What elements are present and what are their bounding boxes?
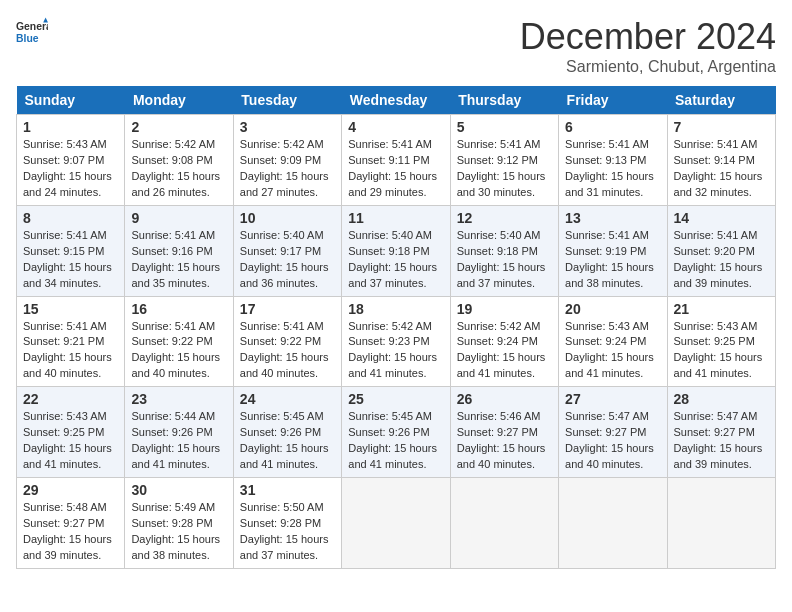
svg-text:Blue: Blue — [16, 33, 39, 44]
calendar-row: 1 Sunrise: 5:43 AMSunset: 9:07 PMDayligh… — [17, 115, 776, 206]
calendar-row: 8 Sunrise: 5:41 AMSunset: 9:15 PMDayligh… — [17, 205, 776, 296]
col-saturday: Saturday — [667, 86, 775, 115]
table-cell: 5 Sunrise: 5:41 AMSunset: 9:12 PMDayligh… — [450, 115, 558, 206]
header-row: Sunday Monday Tuesday Wednesday Thursday… — [17, 86, 776, 115]
table-cell: 27 Sunrise: 5:47 AMSunset: 9:27 PMDaylig… — [559, 387, 667, 478]
table-cell: 18 Sunrise: 5:42 AMSunset: 9:23 PMDaylig… — [342, 296, 450, 387]
col-friday: Friday — [559, 86, 667, 115]
col-wednesday: Wednesday — [342, 86, 450, 115]
table-cell: 29 Sunrise: 5:48 AMSunset: 9:27 PMDaylig… — [17, 478, 125, 569]
table-cell: 22 Sunrise: 5:43 AMSunset: 9:25 PMDaylig… — [17, 387, 125, 478]
table-cell: 9 Sunrise: 5:41 AMSunset: 9:16 PMDayligh… — [125, 205, 233, 296]
table-cell — [559, 478, 667, 569]
table-cell: 4 Sunrise: 5:41 AMSunset: 9:11 PMDayligh… — [342, 115, 450, 206]
table-cell: 24 Sunrise: 5:45 AMSunset: 9:26 PMDaylig… — [233, 387, 341, 478]
logo: General Blue — [16, 16, 48, 48]
svg-text:General: General — [16, 21, 48, 32]
calendar-row: 15 Sunrise: 5:41 AMSunset: 9:21 PMDaylig… — [17, 296, 776, 387]
calendar-table: Sunday Monday Tuesday Wednesday Thursday… — [16, 86, 776, 569]
table-cell: 7 Sunrise: 5:41 AMSunset: 9:14 PMDayligh… — [667, 115, 775, 206]
table-cell: 13 Sunrise: 5:41 AMSunset: 9:19 PMDaylig… — [559, 205, 667, 296]
location-title: Sarmiento, Chubut, Argentina — [520, 58, 776, 76]
table-cell: 26 Sunrise: 5:46 AMSunset: 9:27 PMDaylig… — [450, 387, 558, 478]
table-cell — [667, 478, 775, 569]
calendar-body: 1 Sunrise: 5:43 AMSunset: 9:07 PMDayligh… — [17, 115, 776, 569]
table-cell: 16 Sunrise: 5:41 AMSunset: 9:22 PMDaylig… — [125, 296, 233, 387]
table-cell: 15 Sunrise: 5:41 AMSunset: 9:21 PMDaylig… — [17, 296, 125, 387]
logo-icon: General Blue — [16, 16, 48, 48]
table-cell: 2 Sunrise: 5:42 AMSunset: 9:08 PMDayligh… — [125, 115, 233, 206]
table-cell: 8 Sunrise: 5:41 AMSunset: 9:15 PMDayligh… — [17, 205, 125, 296]
table-cell: 6 Sunrise: 5:41 AMSunset: 9:13 PMDayligh… — [559, 115, 667, 206]
col-tuesday: Tuesday — [233, 86, 341, 115]
table-cell: 17 Sunrise: 5:41 AMSunset: 9:22 PMDaylig… — [233, 296, 341, 387]
month-title: December 2024 — [520, 16, 776, 58]
table-cell: 23 Sunrise: 5:44 AMSunset: 9:26 PMDaylig… — [125, 387, 233, 478]
calendar-row: 22 Sunrise: 5:43 AMSunset: 9:25 PMDaylig… — [17, 387, 776, 478]
table-cell: 31 Sunrise: 5:50 AMSunset: 9:28 PMDaylig… — [233, 478, 341, 569]
header: General Blue December 2024 Sarmiento, Ch… — [16, 16, 776, 76]
col-monday: Monday — [125, 86, 233, 115]
title-area: December 2024 Sarmiento, Chubut, Argenti… — [520, 16, 776, 76]
table-cell: 11 Sunrise: 5:40 AMSunset: 9:18 PMDaylig… — [342, 205, 450, 296]
table-cell: 20 Sunrise: 5:43 AMSunset: 9:24 PMDaylig… — [559, 296, 667, 387]
table-cell: 19 Sunrise: 5:42 AMSunset: 9:24 PMDaylig… — [450, 296, 558, 387]
table-cell — [342, 478, 450, 569]
table-cell: 3 Sunrise: 5:42 AMSunset: 9:09 PMDayligh… — [233, 115, 341, 206]
table-cell: 25 Sunrise: 5:45 AMSunset: 9:26 PMDaylig… — [342, 387, 450, 478]
table-cell: 14 Sunrise: 5:41 AMSunset: 9:20 PMDaylig… — [667, 205, 775, 296]
table-cell — [450, 478, 558, 569]
table-cell: 10 Sunrise: 5:40 AMSunset: 9:17 PMDaylig… — [233, 205, 341, 296]
table-cell: 12 Sunrise: 5:40 AMSunset: 9:18 PMDaylig… — [450, 205, 558, 296]
table-cell: 21 Sunrise: 5:43 AMSunset: 9:25 PMDaylig… — [667, 296, 775, 387]
col-sunday: Sunday — [17, 86, 125, 115]
table-cell: 30 Sunrise: 5:49 AMSunset: 9:28 PMDaylig… — [125, 478, 233, 569]
table-cell: 1 Sunrise: 5:43 AMSunset: 9:07 PMDayligh… — [17, 115, 125, 206]
calendar-row: 29 Sunrise: 5:48 AMSunset: 9:27 PMDaylig… — [17, 478, 776, 569]
svg-marker-2 — [43, 18, 48, 23]
col-thursday: Thursday — [450, 86, 558, 115]
table-cell: 28 Sunrise: 5:47 AMSunset: 9:27 PMDaylig… — [667, 387, 775, 478]
